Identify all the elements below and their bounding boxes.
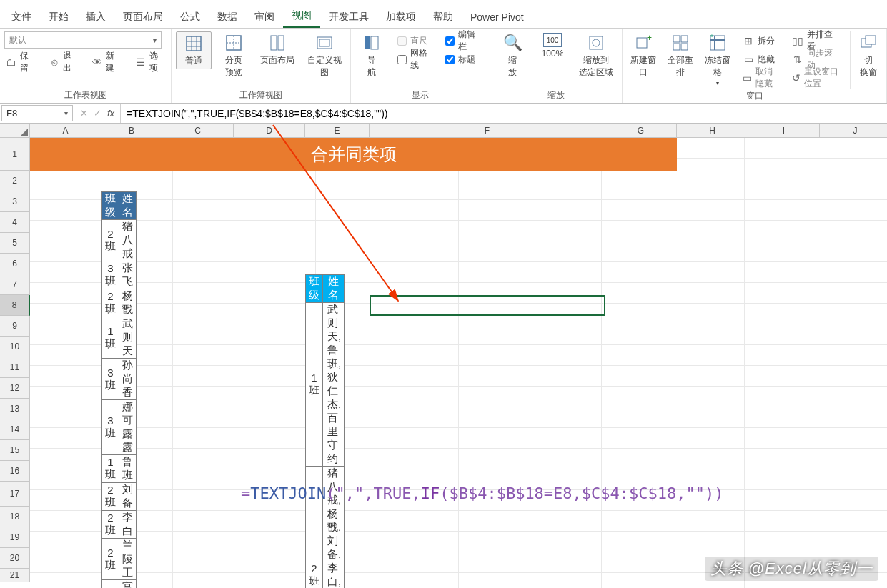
- row-header-2[interactable]: 2: [0, 171, 30, 191]
- row-header-21[interactable]: 21: [0, 569, 30, 582]
- side-by-side-button[interactable]: ▯▯ 并排查看: [791, 33, 843, 49]
- column-header-A[interactable]: A: [30, 124, 101, 138]
- row-header-19[interactable]: 19: [0, 527, 30, 548]
- formula-bar-checkbox[interactable]: 编辑栏: [444, 33, 482, 49]
- tab-review[interactable]: 审阅: [246, 7, 283, 27]
- new-window-button[interactable]: + 新建窗口: [627, 31, 660, 80]
- zoom-button[interactable]: 🔍 缩 放: [495, 31, 530, 80]
- sync-scroll-button[interactable]: ⇅ 同步滚动: [791, 51, 843, 67]
- cancel-icon[interactable]: ✕: [80, 108, 88, 119]
- table-cell[interactable]: 3班: [102, 359, 119, 400]
- zoom-selection-button[interactable]: 缩放到 选定区域: [575, 31, 618, 80]
- table-cell[interactable]: 武则天: [119, 317, 137, 359]
- row-header-20[interactable]: 20: [0, 548, 30, 569]
- table-cell[interactable]: 李白: [119, 511, 137, 539]
- table-cell[interactable]: 鲁班: [119, 455, 137, 483]
- arrange-all-button[interactable]: 全部重排: [664, 31, 697, 80]
- column-header-B[interactable]: B: [101, 124, 162, 138]
- table-cell[interactable]: 2班: [102, 289, 119, 317]
- switch-window-button[interactable]: 切 换窗: [854, 31, 882, 80]
- headings-checkbox[interactable]: 标题: [444, 51, 482, 67]
- unhide-button[interactable]: ▭ 取消隐藏: [741, 70, 781, 86]
- tab-help[interactable]: 帮助: [425, 7, 462, 27]
- tab-view[interactable]: 视图: [283, 6, 320, 28]
- tab-file[interactable]: 文件: [7, 7, 40, 27]
- table-cell[interactable]: 2班: [102, 511, 119, 539]
- tab-page-layout[interactable]: 页面布局: [114, 7, 172, 27]
- gridlines-checkbox[interactable]: 网格线: [396, 51, 435, 67]
- table-cell[interactable]: 武则天,鲁班,狄仁杰,百里守约: [323, 303, 345, 467]
- split-button[interactable]: ⊞ 拆分: [741, 33, 781, 49]
- sheet-view-combo[interactable]: 默认: [4, 31, 162, 49]
- row-header-5[interactable]: 5: [0, 233, 30, 254]
- table-cell[interactable]: 兰陵王: [119, 539, 137, 580]
- freeze-panes-button[interactable]: * 冻结窗格 ▾: [701, 31, 734, 88]
- row-header-17[interactable]: 17: [0, 482, 30, 507]
- column-header-D[interactable]: D: [234, 124, 305, 138]
- tab-power-pivot[interactable]: Power Pivot: [462, 8, 532, 26]
- column-header-I[interactable]: I: [748, 124, 820, 138]
- confirm-icon[interactable]: ✓: [94, 108, 101, 119]
- table-cell[interactable]: 杨戬: [119, 289, 137, 317]
- tab-addins[interactable]: 加载项: [377, 7, 425, 27]
- column-header-G[interactable]: G: [605, 124, 677, 138]
- headings-input[interactable]: [445, 55, 455, 64]
- column-header-C[interactable]: C: [162, 124, 234, 138]
- normal-view-button[interactable]: 普通: [176, 31, 212, 69]
- row-header-10[interactable]: 10: [0, 337, 30, 357]
- row-header-7[interactable]: 7: [0, 274, 30, 295]
- row-header-3[interactable]: 3: [0, 191, 30, 212]
- table-cell[interactable]: 1班: [102, 455, 119, 483]
- table-cell[interactable]: 1班: [102, 317, 119, 359]
- name-box[interactable]: F8 ▾: [1, 105, 73, 121]
- row-header-15[interactable]: 15: [0, 440, 30, 461]
- custom-views-button[interactable]: 自定义视图: [303, 31, 346, 80]
- table-cell[interactable]: 刘备: [119, 483, 137, 511]
- table-cell[interactable]: 3班: [102, 400, 119, 455]
- row-header-18[interactable]: 18: [0, 507, 30, 527]
- table-cell[interactable]: 3班: [102, 261, 119, 289]
- column-header-J[interactable]: J: [820, 124, 887, 138]
- fx-icon[interactable]: fx: [107, 108, 114, 119]
- row-header-11[interactable]: 11: [0, 357, 30, 378]
- table-cell[interactable]: 2班: [102, 483, 119, 511]
- tab-insert[interactable]: 插入: [77, 7, 114, 27]
- tab-home[interactable]: 开始: [40, 7, 77, 27]
- table-cell[interactable]: 张飞: [119, 261, 137, 289]
- table-cell[interactable]: 1班: [306, 303, 323, 467]
- column-header-E[interactable]: E: [305, 124, 370, 138]
- row-header-4[interactable]: 4: [0, 212, 30, 233]
- row-header-14[interactable]: 14: [0, 419, 30, 440]
- row-header-12[interactable]: 12: [0, 378, 30, 399]
- tab-developer[interactable]: 开发工具: [320, 7, 377, 27]
- table-cell[interactable]: 2班: [102, 539, 119, 580]
- row-header-1[interactable]: 1: [0, 138, 30, 171]
- table-cell[interactable]: 2班: [102, 220, 119, 261]
- tab-formulas[interactable]: 公式: [172, 7, 209, 27]
- column-header-F[interactable]: F: [370, 124, 605, 138]
- row-header-8[interactable]: 8: [0, 295, 30, 316]
- row-header-6[interactable]: 6: [0, 254, 30, 274]
- page-layout-view-button[interactable]: 页面布局: [256, 31, 299, 68]
- row-header-16[interactable]: 16: [0, 461, 30, 482]
- gridlines-input[interactable]: [397, 55, 407, 64]
- page-break-preview-button[interactable]: 分页 预览: [216, 31, 252, 80]
- formula-bar-input[interactable]: [445, 36, 455, 46]
- exit-view-button[interactable]: ⎋ 退出: [47, 54, 80, 70]
- hide-button[interactable]: ▭ 隐藏: [741, 51, 781, 67]
- select-all-button[interactable]: [0, 124, 30, 138]
- cells-area[interactable]: 合并同类项班级姓名2班猪八戒3班张飞2班杨戬1班武则天3班孙尚香3班娜可露露1班…: [30, 138, 887, 588]
- table-cell[interactable]: 猪八戒: [119, 220, 137, 261]
- new-view-button[interactable]: 👁 新建: [91, 54, 124, 70]
- tab-data[interactable]: 数据: [209, 7, 246, 27]
- navigation-button[interactable]: 导 航: [355, 31, 389, 80]
- column-header-H[interactable]: H: [677, 124, 748, 138]
- reset-position-button[interactable]: ↺ 重设窗口位置: [791, 70, 843, 86]
- keep-view-button[interactable]: 🗀 保留: [4, 54, 37, 70]
- formula-input[interactable]: [121, 104, 887, 123]
- row-header-9[interactable]: 9: [0, 316, 30, 337]
- table-cell[interactable]: 孙尚香: [119, 359, 137, 400]
- table-cell[interactable]: 娜可露露: [119, 400, 137, 455]
- table-cell[interactable]: 宫本武藏: [119, 580, 137, 589]
- zoom-100-button[interactable]: 100 100%: [535, 31, 570, 60]
